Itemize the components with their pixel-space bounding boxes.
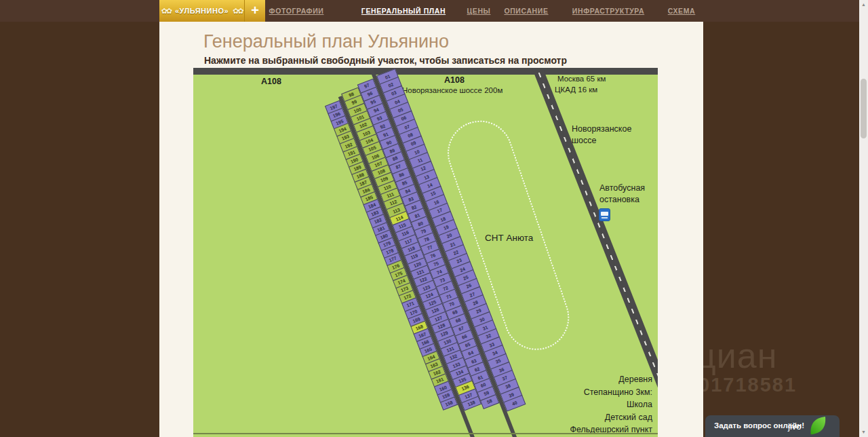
label-shosse-200m: Новорязанское шоссе 200м (402, 86, 502, 94)
nav-item-генеральный-план[interactable]: ГЕНЕРАЛЬНЫЙ ПЛАН (361, 7, 446, 15)
page-subtitle: Нажмите на выбранный свободный участок, … (204, 55, 567, 66)
label-bus-stop-2: остановка (599, 195, 639, 204)
brand-block[interactable]: ✿✿ «УЛЬЯНИНО» ✿✿ (159, 0, 244, 22)
watermark-number: 01718581 (698, 374, 797, 396)
village-line: Детский сад (570, 411, 652, 424)
leaf-icon (807, 416, 829, 436)
label-a108-left: А108 (261, 77, 281, 86)
scroll-down-arrow-icon[interactable]: ▼ (859, 428, 868, 437)
content-panel: Генеральный план Ульянино Нажмите на выб… (159, 22, 703, 437)
nav-item-цены[interactable]: ЦЕНЫ (467, 7, 491, 15)
top-nav: ✿✿ «УЛЬЯНИНО» ✿✿ + ФОТОГРАФИИГЕНЕРАЛЬНЫЙ… (0, 0, 859, 22)
label-bus-stop-1: Автобусная (599, 183, 645, 193)
label-snt-anyuta: СНТ Анюта (485, 233, 533, 243)
add-button[interactable]: + (244, 0, 265, 22)
village-line: Школа (570, 398, 652, 411)
chat-widget[interactable]: Задать вопрос онлайн! jivo (705, 415, 840, 437)
bus-stop-icon (599, 208, 610, 221)
jivo-logo: jivo (788, 421, 802, 432)
village-line: Деревня (570, 373, 652, 386)
page-title: Генеральный план Ульянино (203, 31, 449, 52)
scrollbar-thumb[interactable] (861, 79, 867, 138)
nav-item-инфраструктура[interactable]: ИНФРАСТРУКТУРА (572, 7, 644, 15)
label-shosse-name-2: шоссе (572, 136, 596, 145)
label-ckad-distance: ЦКАД 16 км (555, 86, 597, 94)
master-plan-map: А108 А108 Новорязанское шоссе 200м Москв… (193, 68, 658, 437)
nav-item-описание[interactable]: ОПИСАНИЕ (504, 7, 548, 15)
map-bottom-edge (193, 433, 658, 434)
village-info-block: Деревня Степанщино 3км: Школа Детский са… (570, 373, 652, 436)
flower-icon: ✿✿ (233, 7, 242, 16)
brand-label: «УЛЬЯНИНО» (175, 7, 229, 15)
label-moscow-distance: Москва 65 км (557, 75, 606, 83)
label-a108-right: А108 (444, 75, 465, 85)
page-scrollbar[interactable]: ▲ ▼ (859, 0, 868, 437)
nav-item-схема[interactable]: СХЕМА (668, 7, 696, 15)
road-a108-top (193, 68, 658, 75)
village-line: Степанщино 3км: (570, 386, 652, 399)
label-shosse-name-1: Новорязанское (572, 124, 631, 134)
watermark-text: циан (696, 335, 777, 376)
flower-icon: ✿✿ (161, 7, 171, 16)
nav-item-фотографии[interactable]: ФОТОГРАФИИ (269, 7, 324, 15)
scroll-up-arrow-icon[interactable]: ▲ (859, 0, 868, 10)
